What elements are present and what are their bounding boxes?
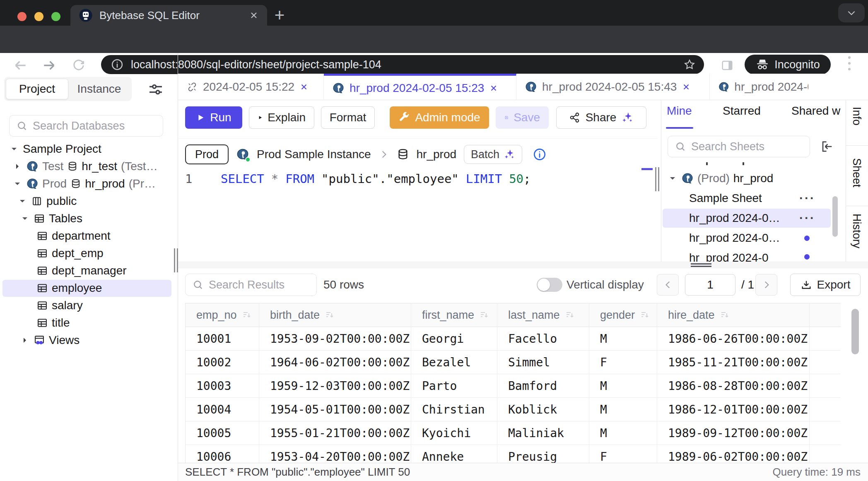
window-close-button[interactable] bbox=[17, 12, 27, 21]
back-button[interactable] bbox=[12, 58, 28, 73]
tree-item-tables-group[interactable]: Tables bbox=[0, 210, 176, 227]
cell[interactable]: Simmel bbox=[497, 351, 589, 374]
tab-mine[interactable]: Mine bbox=[667, 104, 692, 118]
editor-tab-1[interactable]: 2024-02-05 15:22 bbox=[178, 74, 324, 100]
next-page-button[interactable] bbox=[755, 274, 777, 296]
cell[interactable]: Koblick bbox=[497, 398, 589, 421]
instance-name[interactable]: Prod Sample Instance bbox=[257, 148, 371, 161]
tab-instance[interactable]: Instance bbox=[68, 79, 130, 99]
caret-down-icon[interactable] bbox=[12, 179, 22, 189]
close-icon[interactable] bbox=[489, 84, 498, 93]
caret-down-icon[interactable] bbox=[20, 214, 30, 224]
tab-history[interactable]: History bbox=[850, 214, 863, 248]
format-button[interactable]: Format bbox=[321, 106, 375, 129]
cell[interactable]: Kyoichi bbox=[411, 421, 497, 445]
cell[interactable]: Anneke bbox=[411, 445, 497, 463]
site-info-icon[interactable] bbox=[111, 58, 123, 71]
editor-tab-3[interactable]: hr_prod 2024-02-05 15:43 bbox=[516, 74, 710, 100]
close-icon[interactable] bbox=[299, 82, 309, 91]
window-zoom-button[interactable] bbox=[51, 12, 60, 21]
results-splitter[interactable] bbox=[178, 262, 868, 268]
cell[interactable]: 10004 bbox=[186, 398, 259, 421]
more-actions-icon[interactable]: ··· bbox=[799, 211, 815, 225]
reload-button[interactable] bbox=[71, 58, 86, 73]
column-header-first-name[interactable]: first_name bbox=[411, 303, 497, 327]
export-button[interactable]: Export bbox=[790, 274, 861, 296]
column-header-gender[interactable]: gender bbox=[589, 303, 657, 327]
window-minimize-button[interactable] bbox=[34, 12, 43, 21]
tree-item-table-dept-emp[interactable]: dept_emp bbox=[0, 245, 176, 262]
cell[interactable]: 10001 bbox=[186, 327, 259, 351]
tab-shared[interactable]: Shared w bbox=[791, 104, 842, 118]
cell[interactable]: F bbox=[589, 445, 657, 463]
cell[interactable]: M bbox=[589, 327, 657, 351]
close-icon[interactable] bbox=[682, 82, 691, 91]
table-row[interactable]: 10003 1959-12-03T00:00:00Z Parto Bamford… bbox=[186, 374, 841, 398]
table-scrollbar[interactable] bbox=[851, 309, 859, 354]
browser-tab[interactable]: Bytebase SQL Editor bbox=[70, 5, 267, 26]
cell[interactable]: 1964-06-02T00:00:00Z bbox=[259, 351, 411, 374]
tree-item-project[interactable]: Sample Project bbox=[0, 140, 176, 158]
new-tab-button[interactable]: + bbox=[270, 6, 289, 25]
editor-tab-2-active[interactable]: hr_prod 2024-02-05 15:23 bbox=[324, 74, 516, 100]
cell[interactable]: Preusig bbox=[497, 445, 589, 463]
cell[interactable]: 1986-08-28T00:00:00Z bbox=[657, 374, 810, 398]
column-header-birth-date[interactable]: birth_date bbox=[259, 303, 411, 327]
sort-icon[interactable] bbox=[325, 310, 335, 320]
browser-menu-button[interactable] bbox=[848, 56, 851, 74]
tree-item-table-employee[interactable]: employee bbox=[0, 279, 176, 297]
info-icon[interactable] bbox=[533, 148, 546, 161]
share-button[interactable]: Share bbox=[556, 106, 646, 129]
table-row[interactable]: 10004 1954-05-01T00:00:00Z Chirstian Kob… bbox=[186, 398, 841, 421]
tree-item-table-dept-manager[interactable]: dept_manager bbox=[0, 262, 176, 279]
cell[interactable]: 1955-01-21T00:00:00Z bbox=[259, 421, 411, 445]
sql-editor-line[interactable]: SELECT * FROM "public"."employee" LIMIT … bbox=[221, 167, 531, 190]
sidebar-resize-handle[interactable] bbox=[174, 248, 180, 274]
page-number-input[interactable] bbox=[685, 274, 735, 296]
caret-right-icon[interactable] bbox=[12, 161, 22, 171]
database-search-input[interactable] bbox=[33, 120, 156, 132]
table-row[interactable]: 10002 1964-06-02T00:00:00Z Bezalel Simme… bbox=[186, 351, 841, 374]
sort-icon[interactable] bbox=[242, 310, 252, 320]
sheet-search[interactable] bbox=[668, 136, 810, 157]
cell[interactable]: Chirstian bbox=[411, 398, 497, 421]
cell[interactable]: 1953-04-20T00:00:00Z bbox=[259, 445, 411, 463]
tree-item-views-group[interactable]: Views bbox=[0, 332, 176, 349]
tab-project[interactable]: Project bbox=[6, 79, 68, 99]
more-actions-icon[interactable]: ··· bbox=[799, 191, 815, 205]
tab-search-button[interactable] bbox=[838, 3, 865, 22]
caret-right-icon[interactable] bbox=[20, 335, 30, 345]
database-search[interactable] bbox=[9, 115, 163, 137]
batch-mode-button[interactable]: Batch bbox=[464, 145, 522, 164]
cell[interactable]: 1986-06-26T00:00:00Z bbox=[657, 327, 810, 351]
cell[interactable]: 1985-11-21T00:00:00Z bbox=[657, 351, 810, 374]
table-row-clipped[interactable]: 10006 1953-04-20T00:00:00Z Anneke Preusi… bbox=[186, 445, 841, 463]
cell[interactable]: Parto bbox=[411, 374, 497, 398]
sheet-group-hr-prod[interactable]: (Prod) hr_prod bbox=[663, 169, 831, 188]
cell[interactable]: 10006 bbox=[186, 445, 259, 463]
tree-item-hr-test[interactable]: Test hr_test (Test… bbox=[0, 158, 176, 175]
table-row[interactable]: 10005 1955-01-21T00:00:00Z Kyoichi Malin… bbox=[186, 421, 841, 445]
admin-mode-button[interactable]: Admin mode bbox=[390, 106, 489, 129]
tab-info[interactable]: Info bbox=[850, 107, 863, 125]
cell[interactable]: Georgi bbox=[411, 327, 497, 351]
tree-item-table-salary[interactable]: salary bbox=[0, 297, 176, 314]
results-search-input[interactable] bbox=[209, 279, 310, 291]
cell[interactable]: Bezalel bbox=[411, 351, 497, 374]
caret-down-icon[interactable] bbox=[9, 144, 19, 154]
prev-page-button[interactable] bbox=[657, 274, 679, 296]
cell[interactable]: Facello bbox=[497, 327, 589, 351]
forward-button[interactable] bbox=[41, 58, 57, 73]
cell[interactable]: M bbox=[589, 374, 657, 398]
cell[interactable]: 10005 bbox=[186, 421, 259, 445]
caret-down-icon[interactable] bbox=[668, 173, 678, 183]
caret-down-icon[interactable] bbox=[17, 196, 27, 206]
sort-icon[interactable] bbox=[565, 310, 575, 320]
panel-resize-handle[interactable] bbox=[655, 167, 661, 193]
cell[interactable]: 1986-12-01T00:00:00Z bbox=[657, 398, 810, 421]
bookmark-star-icon[interactable] bbox=[683, 58, 696, 71]
sort-icon[interactable] bbox=[479, 310, 489, 320]
cell[interactable]: 1989-06-02T00:00:00Z bbox=[657, 445, 810, 463]
import-sheet-icon[interactable] bbox=[820, 139, 834, 154]
tab-starred[interactable]: Starred bbox=[723, 104, 761, 118]
